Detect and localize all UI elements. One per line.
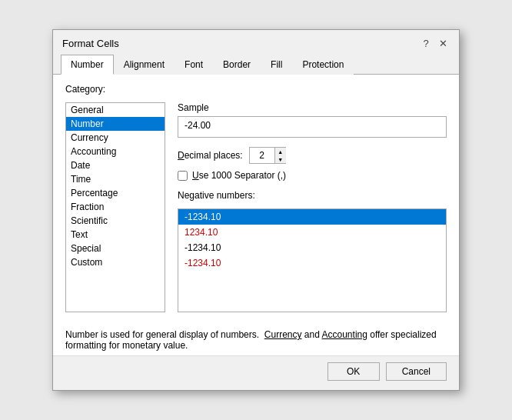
main-row: GeneralNumberCurrencyAccountingDateTimeP… bbox=[65, 102, 447, 312]
sample-section: Sample -24.00 bbox=[178, 102, 447, 138]
sample-label: Sample bbox=[178, 102, 447, 113]
sample-box: -24.00 bbox=[178, 116, 447, 138]
decimal-label: Decimal places: bbox=[178, 150, 243, 161]
decimal-input-container: ▲ ▼ bbox=[249, 147, 286, 164]
spinner-up-button[interactable]: ▲ bbox=[275, 148, 286, 155]
ok-button[interactable]: OK bbox=[327, 362, 380, 381]
tab-alignment[interactable]: Alignment bbox=[114, 55, 175, 75]
negative-list-item[interactable]: -1234.10 bbox=[178, 255, 446, 271]
tab-bar: Number Alignment Font Border Fill Protec… bbox=[53, 55, 459, 75]
tab-protection[interactable]: Protection bbox=[292, 55, 354, 75]
category-item[interactable]: General bbox=[66, 103, 165, 117]
decimal-row: Decimal places: ▲ ▼ bbox=[178, 147, 447, 164]
separator-checkbox-row: Use 1000 Separator (,) bbox=[178, 170, 447, 181]
negative-list-item[interactable]: 1234.10 bbox=[178, 225, 446, 240]
category-list-container: GeneralNumberCurrencyAccountingDateTimeP… bbox=[65, 102, 165, 312]
format-cells-dialog: Format Cells ? ✕ Number Alignment Font B… bbox=[52, 29, 460, 391]
negative-list-item[interactable]: -1234.10 bbox=[178, 209, 446, 225]
category-label: Category: bbox=[65, 84, 447, 95]
category-item[interactable]: Scientific bbox=[66, 214, 165, 228]
title-bar-controls: ? ✕ bbox=[419, 36, 450, 50]
currency-link: Currency bbox=[264, 329, 302, 340]
category-item[interactable]: Fraction bbox=[66, 200, 165, 214]
tab-fill[interactable]: Fill bbox=[261, 55, 292, 75]
negative-list-item[interactable]: -1234.10 bbox=[178, 240, 446, 255]
tab-content: Category: GeneralNumberCurrencyAccountin… bbox=[53, 75, 459, 322]
category-item[interactable]: Text bbox=[66, 228, 165, 242]
accounting-link: Accounting bbox=[322, 329, 367, 340]
category-item[interactable]: Custom bbox=[66, 255, 165, 269]
title-bar: Format Cells ? ✕ bbox=[53, 30, 459, 55]
category-item[interactable]: Time bbox=[66, 172, 165, 186]
close-button[interactable]: ✕ bbox=[436, 36, 450, 50]
button-row: OK Cancel bbox=[53, 355, 459, 390]
category-item[interactable]: Number bbox=[66, 117, 165, 131]
right-panel: Sample -24.00 Decimal places: ▲ ▼ bbox=[178, 102, 447, 312]
category-item[interactable]: Currency bbox=[66, 131, 165, 145]
spinner-down-button[interactable]: ▼ bbox=[275, 155, 286, 163]
category-item[interactable]: Date bbox=[66, 158, 165, 172]
separator-label[interactable]: Use 1000 Separator (,) bbox=[192, 170, 286, 181]
category-item[interactable]: Accounting bbox=[66, 145, 165, 158]
negative-numbers-label: Negative numbers: bbox=[178, 190, 447, 201]
tab-number[interactable]: Number bbox=[61, 55, 114, 75]
cancel-button[interactable]: Cancel bbox=[386, 362, 447, 381]
tab-font[interactable]: Font bbox=[175, 55, 213, 75]
description-area: Number is used for general display of nu… bbox=[53, 322, 459, 355]
category-item[interactable]: Percentage bbox=[66, 186, 165, 200]
spinner-buttons: ▲ ▼ bbox=[274, 148, 286, 163]
separator-checkbox[interactable] bbox=[178, 171, 188, 181]
category-item[interactable]: Special bbox=[66, 242, 165, 255]
tab-border[interactable]: Border bbox=[213, 55, 261, 75]
decimal-input[interactable] bbox=[250, 148, 274, 162]
negative-numbers-list[interactable]: -1234.101234.10-1234.10-1234.10 bbox=[178, 208, 447, 312]
dialog-title: Format Cells bbox=[62, 38, 119, 49]
category-list[interactable]: GeneralNumberCurrencyAccountingDateTimeP… bbox=[65, 102, 165, 312]
help-button[interactable]: ? bbox=[419, 36, 433, 50]
